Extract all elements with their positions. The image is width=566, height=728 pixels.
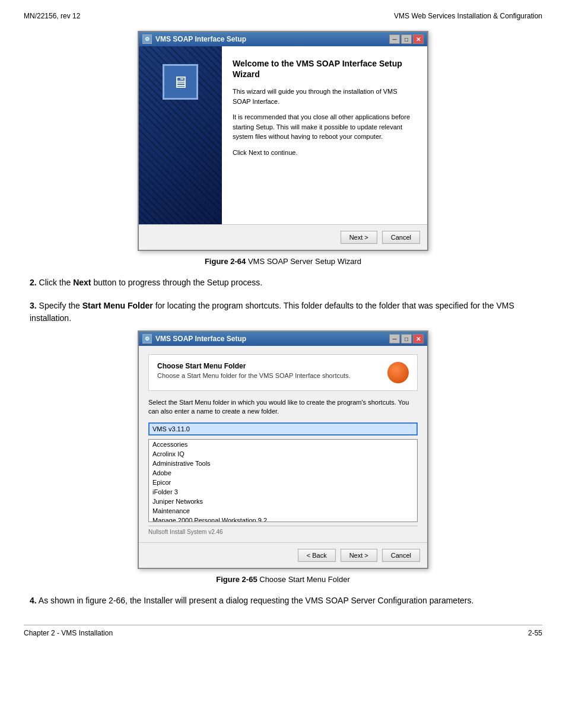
list-item[interactable]: Acrolinx IQ	[149, 449, 417, 459]
step2-text: 2. Click the Next button to progress thr…	[30, 276, 536, 289]
dialog1-body: 🖥 Welcome to the VMS SOAP Interface Setu…	[139, 46, 427, 224]
dialog1-welcome-title: Welcome to the VMS SOAP Interface Setup …	[233, 58, 416, 80]
dialog2-titlebar-left: ⚙ VMS SOAP Interface Setup	[142, 334, 246, 344]
dialog1-footer: Next > Cancel	[139, 224, 427, 250]
figure2-text: Choose Start Menu Folder	[259, 575, 349, 584]
footer-right: 2-55	[528, 629, 542, 637]
dialog2-titlebar: ⚙ VMS SOAP Interface Setup ─ □ ✕	[139, 332, 427, 346]
step2-bold: Next	[73, 278, 91, 287]
list-item[interactable]: Adobe	[149, 468, 417, 478]
figure2-label: Figure 2-65	[216, 575, 257, 584]
dialog1-title-text: VMS SOAP Interface Setup	[155, 35, 246, 43]
dialog2: ⚙ VMS SOAP Interface Setup ─ □ ✕ Choose …	[138, 330, 428, 569]
dialog1: ⚙ VMS SOAP Interface Setup ─ □ ✕ 🖥 Welco…	[138, 31, 428, 251]
content-area: ⚙ VMS SOAP Interface Setup ─ □ ✕ 🖥 Welco…	[24, 31, 542, 607]
dialog2-header-title: Choose Start Menu Folder	[157, 362, 351, 370]
dialog2-nullsoft: Nullsoft Install System v2.46	[148, 526, 418, 536]
dialog2-folder-list[interactable]: AccessoriesAcrolinx IQAdministrative Too…	[148, 439, 418, 522]
list-item[interactable]: Administrative Tools	[149, 459, 417, 468]
list-item[interactable]: Accessories	[149, 440, 417, 449]
figure1-text: VMS SOAP Server Setup Wizard	[248, 257, 361, 266]
dialog2-title-text: VMS SOAP Interface Setup	[155, 335, 246, 343]
header-right: VMS Web Services Installation & Configur…	[394, 12, 542, 20]
dialog2-close-button[interactable]: ✕	[413, 334, 424, 344]
dialog2-next-button[interactable]: Next >	[341, 549, 377, 562]
step2-number: 2.	[30, 278, 37, 287]
dialog1-wrapper: ⚙ VMS SOAP Interface Setup ─ □ ✕ 🖥 Welco…	[30, 31, 536, 251]
dialog1-content: Welcome to the VMS SOAP Interface Setup …	[222, 46, 427, 224]
figure1-label: Figure 2-64	[205, 257, 246, 266]
dialog2-wrapper: ⚙ VMS SOAP Interface Setup ─ □ ✕ Choose …	[30, 330, 536, 569]
dialog1-body1: This wizard will guide you through the i…	[233, 87, 416, 106]
step4-text: 4. As shown in figure 2-66, the Installe…	[30, 595, 536, 607]
step2-text-before: Click the	[39, 278, 74, 287]
dialog1-sidebar: 🖥	[139, 46, 222, 224]
dialog1-app-icon: ⚙	[142, 34, 152, 44]
footer-left: Chapter 2 - VMS Installation	[24, 629, 113, 637]
win-controls[interactable]: ─ □ ✕	[389, 34, 424, 44]
dialog1-next-button[interactable]: Next >	[341, 231, 377, 244]
dialog2-body: Choose Start Menu Folder Choose a Start …	[139, 346, 427, 542]
step3-bold: Start Menu Folder	[82, 301, 153, 310]
list-item[interactable]: iFolder 3	[149, 487, 417, 497]
page-header: MN/22156, rev 12 VMS Web Services Instal…	[24, 12, 542, 20]
step3-text-before: Specify the	[39, 301, 82, 310]
step3-text: 3. Specify the Start Menu Folder for loc…	[30, 300, 536, 325]
step2-text-after: button to progress through the Setup pro…	[91, 278, 263, 287]
dialog1-sidebar-icon: 🖥	[163, 64, 198, 100]
dialog2-app-icon: ⚙	[142, 334, 152, 344]
dialog2-minimize-button[interactable]: ─	[389, 334, 400, 344]
close-button[interactable]: ✕	[413, 34, 424, 44]
list-item[interactable]: Manage 2000 Personal Workstation 9.2	[149, 516, 417, 522]
figure2-caption: Figure 2-65 Choose Start Menu Folder	[30, 575, 536, 584]
dialog2-header-section: Choose Start Menu Folder Choose a Start …	[148, 354, 418, 391]
dialog2-back-button[interactable]: < Back	[298, 549, 336, 562]
dialog2-win-controls[interactable]: ─ □ ✕	[389, 334, 424, 344]
header-left: MN/22156, rev 12	[24, 12, 80, 20]
dialog1-body2: It is recommended that you close all oth…	[233, 112, 416, 142]
minimize-button[interactable]: ─	[389, 34, 400, 44]
list-item[interactable]: Juniper Networks	[149, 497, 417, 506]
titlebar-left: ⚙ VMS SOAP Interface Setup	[142, 34, 246, 44]
step4-body: As shown in figure 2-66, the Installer w…	[39, 596, 474, 605]
list-item[interactable]: Epicor	[149, 478, 417, 487]
figure1-caption: Figure 2-64 VMS SOAP Server Setup Wizard	[30, 257, 536, 266]
restore-button[interactable]: □	[401, 34, 412, 44]
step3-number: 3.	[30, 301, 37, 310]
step4-number: 4.	[30, 596, 37, 605]
page-footer: Chapter 2 - VMS Installation 2-55	[24, 625, 542, 637]
list-item[interactable]: Maintenance	[149, 506, 417, 516]
dialog1-body3: Click Next to continue.	[233, 148, 416, 158]
dialog2-folder-input[interactable]	[148, 422, 418, 435]
dialog2-header-text: Choose Start Menu Folder Choose a Start …	[157, 362, 351, 379]
dialog1-cancel-button[interactable]: Cancel	[382, 231, 420, 244]
dialog2-cancel-button[interactable]: Cancel	[382, 549, 420, 562]
dialog2-instruction: Select the Start Menu folder in which yo…	[148, 398, 418, 417]
dialog2-footer: < Back Next > Cancel	[139, 542, 427, 568]
dialog1-titlebar: ⚙ VMS SOAP Interface Setup ─ □ ✕	[139, 32, 427, 46]
dialog2-header-sub: Choose a Start Menu folder for the VMS S…	[157, 372, 351, 379]
dialog2-restore-button[interactable]: □	[401, 334, 412, 344]
dialog2-icon	[387, 362, 409, 383]
